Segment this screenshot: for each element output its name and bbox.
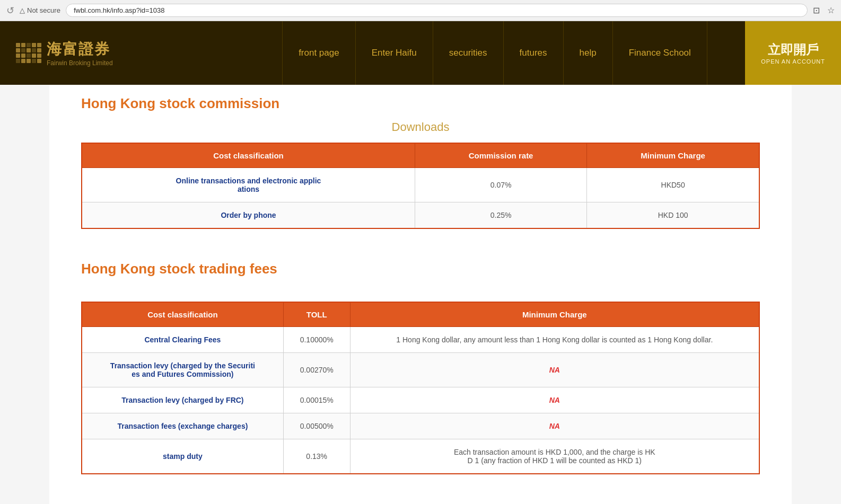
table-row: Online transactions and electronic appli…	[82, 168, 759, 202]
nav-enter-haifu[interactable]: Enter Haifu	[356, 21, 433, 85]
nav-help[interactable]: help	[564, 21, 613, 85]
commission-header-rate: Commission rate	[415, 143, 587, 168]
browser-bar: ↺ △ Not secure fwbl.com.hk/info.asp?id=1…	[0, 0, 841, 21]
nav-front-page[interactable]: front page	[282, 21, 356, 85]
logo: 海富證券 Fairwin Broking Limited	[0, 39, 148, 67]
logo-en: Fairwin Broking Limited	[47, 59, 113, 67]
trading-row1-label: Central Clearing Fees	[82, 327, 283, 353]
trading-row4-toll: 0.00500%	[283, 413, 350, 439]
row1-label: Online transactions and electronic appli…	[82, 168, 415, 202]
trading-row1-toll: 0.10000%	[283, 327, 350, 353]
main-content: Hong Kong stock commission Downloads Cos…	[49, 85, 792, 504]
main-nav: 海富證券 Fairwin Broking Limited front page …	[0, 21, 841, 85]
row2-rate: 0.25%	[415, 202, 587, 229]
trading-header-classification: Cost classification	[82, 302, 283, 327]
table-row: Central Clearing Fees 0.10000% 1 Hong Ko…	[82, 327, 759, 353]
cta-en: OPEN AN ACCOUNT	[761, 58, 825, 65]
table-row: Order by phone 0.25% HKD 100	[82, 202, 759, 229]
section2-title: Hong Kong stock trading fees	[81, 261, 760, 277]
nav-futures[interactable]: futures	[504, 21, 564, 85]
trading-row5-label: stamp duty	[82, 439, 283, 474]
open-account-button[interactable]: 立即開戶 OPEN AN ACCOUNT	[745, 21, 841, 85]
security-label: Not secure	[27, 6, 60, 14]
row1-min: HKD50	[587, 168, 759, 202]
logo-grid-icon	[16, 43, 41, 63]
logo-zh: 海富證券	[47, 39, 113, 59]
lock-icon: △	[20, 6, 25, 14]
table-row: Transaction levy (charged by FRC) 0.0001…	[82, 387, 759, 413]
security-indicator: △ Not secure	[20, 6, 60, 14]
nav-securities[interactable]: securities	[433, 21, 504, 85]
trading-row1-min: 1 Hong Kong dollar, any amount less than…	[350, 327, 759, 353]
cta-zh: 立即開戶	[768, 41, 819, 58]
commission-header-min: Minimum Charge	[587, 143, 759, 168]
row1-rate: 0.07%	[415, 168, 587, 202]
trading-row4-min: NA	[350, 413, 759, 439]
trading-row3-min: NA	[350, 387, 759, 413]
back-button[interactable]: ↺	[6, 5, 14, 16]
downloads-title: Downloads	[81, 120, 760, 134]
trading-row5-toll: 0.13%	[283, 439, 350, 474]
trading-row5-min: Each transaction amount is HKD 1,000, an…	[350, 439, 759, 474]
trading-header-toll: TOLL	[283, 302, 350, 327]
row2-label: Order by phone	[82, 202, 415, 229]
trading-row2-label: Transaction levy (charged by the Securit…	[82, 353, 283, 387]
url-bar[interactable]: fwbl.com.hk/info.asp?id=1038	[66, 4, 808, 17]
trading-row3-label: Transaction levy (charged by FRC)	[82, 387, 283, 413]
logo-text: 海富證券 Fairwin Broking Limited	[47, 39, 113, 67]
trading-row3-toll: 0.00015%	[283, 387, 350, 413]
commission-table: Cost classification Commission rate Mini…	[81, 143, 760, 229]
row2-min: HKD 100	[587, 202, 759, 229]
trading-row2-min: NA	[350, 353, 759, 387]
nav-finance-school[interactable]: Finance School	[613, 21, 707, 85]
table-row: Transaction fees (exchange charges) 0.00…	[82, 413, 759, 439]
bookmark-icon[interactable]: ☆	[827, 5, 835, 15]
trading-fees-table: Cost classification TOLL Minimum Charge …	[81, 302, 760, 474]
nav-menu: front page Enter Haifu securities future…	[148, 21, 841, 85]
trading-header-min: Minimum Charge	[350, 302, 759, 327]
trading-row2-toll: 0.00270%	[283, 353, 350, 387]
trading-row4-label: Transaction fees (exchange charges)	[82, 413, 283, 439]
table-row: stamp duty 0.13% Each transaction amount…	[82, 439, 759, 474]
section1-title: Hong Kong stock commission	[81, 95, 760, 112]
browser-action-icons: ⊡ ☆	[813, 5, 835, 15]
translate-icon[interactable]: ⊡	[813, 5, 820, 15]
table-row: Transaction levy (charged by the Securit…	[82, 353, 759, 387]
commission-header-classification: Cost classification	[82, 143, 415, 168]
